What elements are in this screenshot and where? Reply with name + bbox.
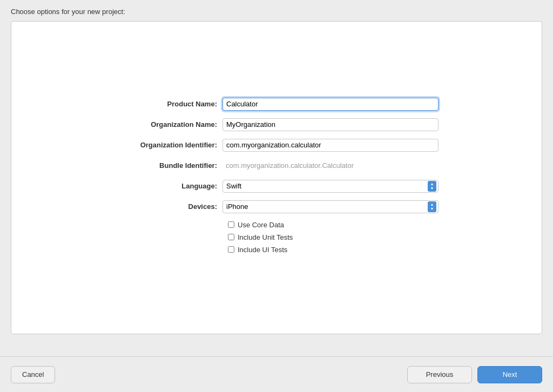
white-panel: Product Name: Organization Name: Organiz… — [11, 21, 542, 334]
org-name-input[interactable] — [222, 118, 439, 131]
org-identifier-input[interactable] — [222, 139, 439, 152]
include-unit-tests-checkbox[interactable] — [228, 234, 234, 240]
bundle-identifier-row: Bundle Identifier: — [114, 159, 439, 172]
product-name-input[interactable] — [222, 98, 439, 111]
next-button[interactable]: Next — [477, 366, 542, 383]
product-name-row: Product Name: — [114, 98, 439, 111]
include-unit-tests-row: Include Unit Tests — [228, 233, 439, 241]
include-unit-tests-label[interactable]: Include Unit Tests — [238, 233, 293, 241]
org-identifier-row: Organization Identifier: — [114, 139, 439, 152]
bundle-identifier-input — [222, 159, 439, 172]
devices-label: Devices: — [114, 202, 222, 211]
main-content: Product Name: Organization Name: Organiz… — [0, 21, 553, 356]
cancel-button[interactable]: Cancel — [11, 366, 55, 383]
include-ui-tests-checkbox[interactable] — [228, 246, 234, 253]
title-bar: Choose options for your new project: — [0, 0, 553, 21]
org-name-label: Organization Name: — [114, 120, 222, 129]
right-buttons: Previous Next — [407, 366, 542, 383]
include-ui-tests-label[interactable]: Include UI Tests — [238, 246, 287, 254]
product-name-label: Product Name: — [114, 100, 222, 108]
bundle-identifier-label: Bundle Identifier: — [114, 161, 222, 170]
devices-select-wrapper: iPhone iPad Universal — [222, 200, 439, 213]
form-container: Product Name: Organization Name: Organiz… — [114, 98, 439, 258]
language-select-wrapper: Swift Objective-C — [222, 180, 439, 193]
devices-row: Devices: iPhone iPad Universal — [114, 200, 439, 213]
dialog-title: Choose options for your new project: — [11, 8, 125, 16]
bottom-bar: Cancel Previous Next — [0, 356, 553, 392]
org-identifier-label: Organization Identifier: — [114, 141, 222, 149]
language-label: Language: — [114, 182, 222, 190]
use-core-data-row: Use Core Data — [228, 221, 439, 229]
include-ui-tests-row: Include UI Tests — [228, 246, 439, 254]
previous-button[interactable]: Previous — [407, 366, 472, 383]
language-row: Language: Swift Objective-C — [114, 180, 439, 193]
devices-select[interactable]: iPhone iPad Universal — [222, 200, 439, 213]
language-select[interactable]: Swift Objective-C — [222, 180, 439, 193]
org-name-row: Organization Name: — [114, 118, 439, 131]
use-core-data-label[interactable]: Use Core Data — [238, 221, 284, 229]
use-core-data-checkbox[interactable] — [228, 221, 234, 228]
